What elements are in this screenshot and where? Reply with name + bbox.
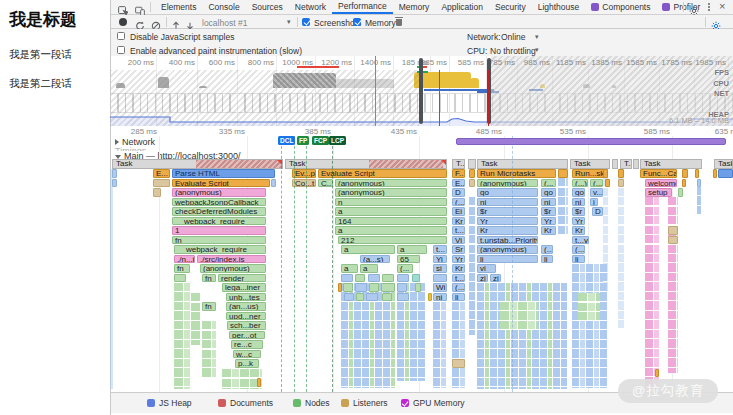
flame-bar[interactable]: Ev...pt bbox=[292, 169, 316, 178]
flame-bar[interactable]: D bbox=[592, 207, 603, 216]
flame-bar[interactable]: F... bbox=[452, 169, 465, 178]
flame-bar[interactable] bbox=[695, 169, 699, 178]
flame-bar[interactable]: li bbox=[477, 255, 538, 264]
flame-bar[interactable] bbox=[355, 274, 365, 283]
flame-bar[interactable]: ./n...js bbox=[174, 255, 195, 264]
flame-bar[interactable] bbox=[433, 274, 447, 283]
flame-bar[interactable] bbox=[428, 293, 432, 302]
flame-bar[interactable]: 1 bbox=[172, 226, 266, 235]
flame-bar[interactable]: lega...iner bbox=[222, 283, 266, 292]
flame-bar[interactable]: $r bbox=[477, 207, 538, 216]
flame-activity-column[interactable] bbox=[645, 197, 660, 389]
flame-bar[interactable]: li bbox=[541, 255, 553, 264]
flame-bar[interactable]: Sr bbox=[452, 245, 465, 254]
main-track-toggle[interactable]: Main — http://localhost:3000/ bbox=[115, 151, 247, 161]
flame-bar[interactable]: (anonymous) bbox=[477, 245, 538, 254]
flame-bar[interactable]: E... bbox=[153, 169, 170, 178]
flame-activity-column[interactable] bbox=[174, 283, 190, 389]
flame-bar[interactable]: (anonymous) bbox=[335, 188, 447, 197]
flame-bar[interactable] bbox=[603, 169, 608, 178]
flame-bar[interactable] bbox=[697, 179, 701, 188]
flame-bar[interactable]: si bbox=[433, 264, 447, 273]
flame-activity-column[interactable] bbox=[191, 293, 200, 345]
flame-task-header[interactable] bbox=[633, 159, 639, 169]
legend-color-swatch[interactable] bbox=[341, 399, 349, 407]
flame-bar[interactable]: Func...Call bbox=[640, 169, 677, 178]
flame-bar[interactable]: (anonymous) bbox=[200, 264, 266, 273]
flame-bar[interactable]: per...ot bbox=[229, 331, 265, 340]
flame-bar[interactable]: Parse HTML bbox=[172, 169, 275, 178]
flame-bar[interactable]: go bbox=[572, 188, 585, 197]
flame-bar[interactable]: webpackJsonpCallback bbox=[172, 198, 266, 207]
flame-bar[interactable] bbox=[605, 179, 610, 188]
flame-bar[interactable] bbox=[469, 169, 475, 178]
flame-activity-column[interactable] bbox=[469, 197, 475, 335]
legend-documents[interactable]: Documents bbox=[218, 398, 273, 408]
flame-bar[interactable]: 164 bbox=[335, 217, 447, 226]
flame-bar[interactable] bbox=[382, 293, 392, 302]
flame-bar[interactable] bbox=[366, 293, 378, 302]
flame-bar[interactable]: D bbox=[452, 188, 465, 197]
flame-bar[interactable]: fn bbox=[174, 264, 190, 273]
flame-bar[interactable]: Yr bbox=[477, 217, 538, 226]
flame-activity-column[interactable] bbox=[222, 369, 252, 389]
flame-bar[interactable]: upd...ner bbox=[226, 312, 266, 321]
flame-task-header[interactable]: Task bbox=[714, 159, 733, 169]
flame-bar[interactable]: a bbox=[360, 264, 378, 273]
legend-color-swatch[interactable] bbox=[218, 399, 226, 407]
flame-bar[interactable] bbox=[355, 283, 367, 292]
flame-task-header[interactable] bbox=[612, 159, 618, 169]
legend-js-heap[interactable]: JS Heap bbox=[147, 398, 192, 408]
flame-bar[interactable] bbox=[397, 283, 407, 292]
flame-bar[interactable]: re...c bbox=[231, 340, 263, 349]
flame-bar[interactable]: a bbox=[335, 207, 447, 216]
flame-bar[interactable]: __webpack_require__ bbox=[174, 245, 266, 254]
flame-bar[interactable]: 212 bbox=[338, 236, 447, 245]
flame-bar[interactable]: a bbox=[341, 245, 395, 254]
flame-task-header[interactable]: T... bbox=[620, 159, 632, 169]
flame-activity-column[interactable] bbox=[397, 283, 426, 381]
tab-elements[interactable]: Elements bbox=[155, 0, 202, 14]
tab-components[interactable]: Components bbox=[585, 0, 656, 14]
flame-task-header[interactable]: Task bbox=[640, 159, 702, 169]
flame-bar[interactable]: n bbox=[335, 198, 447, 207]
flame-bar[interactable] bbox=[271, 179, 276, 188]
record-icon[interactable] bbox=[119, 18, 127, 26]
flame-bar[interactable]: $r bbox=[572, 207, 585, 216]
flame-task-header[interactable]: Task bbox=[477, 159, 568, 169]
flame-bar[interactable]: a bbox=[397, 245, 427, 254]
flame-bar[interactable]: Kr bbox=[452, 264, 465, 273]
legend-color-swatch[interactable] bbox=[293, 399, 301, 407]
flame-bar[interactable] bbox=[412, 274, 420, 283]
memory-checkbox[interactable] bbox=[353, 18, 361, 26]
flame-bar[interactable] bbox=[452, 359, 465, 368]
overview-ruler[interactable] bbox=[111, 56, 733, 70]
flame-bar[interactable] bbox=[112, 169, 117, 178]
flame-bar[interactable]: sch...ber bbox=[227, 321, 266, 330]
flame-bar[interactable]: t...y bbox=[572, 236, 589, 245]
flame-bar[interactable]: p...k bbox=[235, 359, 259, 368]
network-throttle-select[interactable]: Online bbox=[501, 32, 526, 42]
flame-bar[interactable]: zi bbox=[490, 274, 501, 283]
flame-bar[interactable] bbox=[153, 188, 161, 197]
flame-bar[interactable]: Yr bbox=[452, 255, 465, 264]
flame-bar[interactable]: li bbox=[572, 255, 585, 264]
flame-bar[interactable]: Yi bbox=[433, 255, 447, 264]
chevron-down-icon[interactable]: ▾ bbox=[535, 33, 539, 41]
tab-sources[interactable]: Sources bbox=[246, 0, 289, 14]
flame-bar[interactable]: Vi bbox=[452, 236, 465, 245]
flame-bar[interactable] bbox=[356, 293, 364, 302]
flame-activity-column[interactable] bbox=[500, 302, 538, 329]
flame-bar[interactable]: Run Microtasks bbox=[477, 169, 556, 178]
tab-application[interactable]: Application bbox=[435, 0, 489, 14]
flame-bar[interactable]: j bbox=[590, 198, 598, 207]
flame-bar[interactable]: setup bbox=[645, 188, 672, 197]
screenshots-checkbox[interactable] bbox=[302, 18, 310, 26]
flame-bar[interactable]: (an...us) bbox=[226, 302, 266, 311]
flame-bar[interactable]: Yr bbox=[541, 217, 556, 226]
tab-memory[interactable]: Memory bbox=[393, 0, 436, 14]
flame-bar[interactable]: (...) bbox=[572, 179, 588, 188]
flame-bar[interactable]: w...c bbox=[233, 350, 261, 359]
tab-console[interactable]: Console bbox=[202, 0, 245, 14]
flame-bar[interactable]: E... bbox=[452, 179, 465, 188]
